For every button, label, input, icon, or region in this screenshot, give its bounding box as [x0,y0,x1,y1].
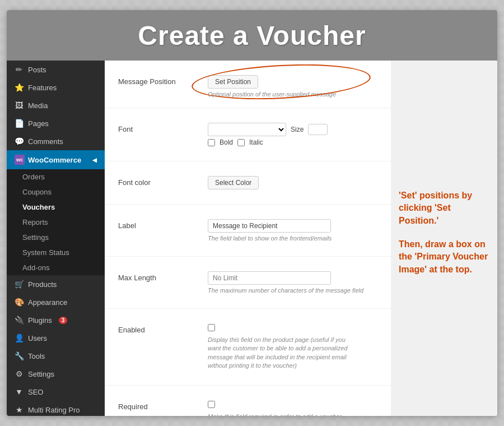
products-icon: 🛒 [15,280,24,289]
font-select-row: Size [208,123,377,136]
max-length-input[interactable] [208,271,331,285]
features-icon: ⭐ [15,83,24,92]
annotation-line1: 'Set' positions by clicking 'Set Positio… [399,189,489,227]
enabled-row: Enabled Display this field on the produc… [118,318,377,376]
bold-italic-row: Bold Italic [208,138,377,146]
font-color-section: Font color Select Color [105,161,391,205]
appearance-icon: 🎨 [15,298,24,307]
bold-checkbox[interactable] [208,139,215,146]
sidebar: ✏ Posts ⭐ Features 🖼 Media 📄 Pages 💬 Com… [7,61,105,416]
label-section: Label The field label to show on the fro… [105,205,391,257]
required-row: Required Make this field required in ord… [118,395,377,416]
bold-label: Bold [220,138,233,146]
max-length-desc: The maximum number of characters of the … [208,287,377,294]
seo-icon: ▼ [15,387,24,396]
enabled-desc: Display this field on the product page (… [208,336,353,371]
max-length-control: The maximum number of characters of the … [208,271,377,294]
italic-label: Italic [249,138,263,146]
enabled-checkbox[interactable] [208,324,215,331]
font-color-control: Select Color [208,176,377,189]
sidebar-item-reports[interactable]: Reports [7,215,105,230]
font-row: Font Size Bold [118,117,377,152]
woo-submenu: Orders Coupons Vouchers Reports Settings… [7,169,105,275]
required-section: Required Make this field required in ord… [105,386,391,416]
font-control: Size Bold Italic [208,123,377,146]
sidebar-item-products[interactable]: 🛒 Products [7,275,105,293]
sidebar-item-settings[interactable]: Settings [7,230,105,245]
required-label: Required [118,400,208,411]
sidebar-item-plugins[interactable]: 🔌 Plugins 3 [7,311,105,329]
sidebar-woocommerce[interactable]: wc WooCommerce ◀ [7,150,105,169]
enabled-control: Display this field on the product page (… [208,323,377,371]
enabled-section: Enabled Display this field on the produc… [105,309,391,386]
max-length-section: Max Length The maximum number of charact… [105,257,391,309]
media-icon: 🖼 [15,101,24,110]
sidebar-item-features[interactable]: ⭐ Features [7,78,105,96]
required-checkbox[interactable] [208,401,215,408]
users-icon: 👤 [15,334,24,342]
sidebar-item-appearance[interactable]: 🎨 Appearance [7,293,105,311]
message-position-control: Set Position Optional position of the us… [208,75,377,98]
tools-icon: 🔧 [15,351,24,360]
comments-icon: 💬 [15,137,24,146]
main-content: ✏ Posts ⭐ Features 🖼 Media 📄 Pages 💬 Com… [7,61,497,416]
sidebar-item-tools[interactable]: 🔧 Tools [7,347,105,365]
sidebar-item-vouchers[interactable]: Vouchers [7,200,105,215]
sidebar-item-addons[interactable]: Add-ons [7,260,105,275]
font-color-row: Font color Select Color [118,170,377,195]
sidebar-item-coupons[interactable]: Coupons [7,184,105,200]
sidebar-item-users[interactable]: 👤 Users [7,329,105,347]
header-banner: Create a Voucher [7,10,497,61]
page-title: Create a Voucher [138,20,366,51]
right-panel: Message Position Set Position Optional p… [105,61,497,416]
font-label: Font [118,123,208,133]
sidebar-item-settings-main[interactable]: ⚙ Settings [7,365,105,383]
label-input[interactable] [208,219,331,233]
settings-icon: ⚙ [15,369,24,378]
woo-icon: wc [15,155,25,165]
annotation-panel: 'Set' positions by clicking 'Set Positio… [391,61,497,416]
sidebar-item-system-status[interactable]: System Status [7,245,105,260]
font-color-label: Font color [118,176,208,187]
required-control: Make this field required in order to add… [208,400,377,416]
max-length-label: Max Length [118,271,208,282]
max-length-row: Max Length The maximum number of charact… [118,266,377,299]
plugins-badge: 3 [59,317,68,324]
enabled-label: Enabled [118,323,208,334]
required-desc: Make this field required in order to add… [208,413,353,416]
pages-icon: 📄 [15,119,24,128]
sidebar-item-posts[interactable]: ✏ Posts [7,61,105,78]
chevron-icon: ◀ [92,157,97,163]
sidebar-item-media[interactable]: 🖼 Media [7,96,105,114]
form-area: Message Position Set Position Optional p… [105,61,391,416]
message-position-desc: Optional position of the user-supplied m… [208,91,377,98]
sidebar-item-comments[interactable]: 💬 Comments [7,132,105,150]
label-label: Label [118,219,208,230]
message-position-row: Message Position Set Position Optional p… [118,70,377,103]
font-dropdown[interactable] [208,123,286,136]
size-label: Size [291,126,304,133]
sidebar-item-multirating[interactable]: ★ Multi Rating Pro [7,401,105,416]
sidebar-item-pages[interactable]: 📄 Pages [7,114,105,132]
label-desc: The field label to show on the frontend/… [208,235,377,242]
font-section: Font Size Bold [105,108,391,161]
annotation-line2: Then, draw a box on the 'Primary Voucher… [399,238,489,276]
main-window: Create a Voucher ✏ Posts ⭐ Features 🖼 Me… [7,10,497,416]
posts-icon: ✏ [15,65,24,74]
italic-checkbox[interactable] [237,139,245,146]
sidebar-item-orders[interactable]: Orders [7,169,105,184]
select-color-button[interactable]: Select Color [208,176,259,189]
sidebar-item-seo[interactable]: ▼ SEO [7,383,105,401]
plugins-icon: 🔌 [15,316,24,325]
label-row: Label The field label to show on the fro… [118,214,377,247]
multirating-icon: ★ [15,405,24,414]
message-position-label: Message Position [118,75,208,86]
size-input[interactable] [308,124,328,135]
label-control: The field label to show on the frontend/… [208,219,377,242]
set-position-button[interactable]: Set Position [208,75,258,89]
message-position-section: Message Position Set Position Optional p… [105,61,391,108]
